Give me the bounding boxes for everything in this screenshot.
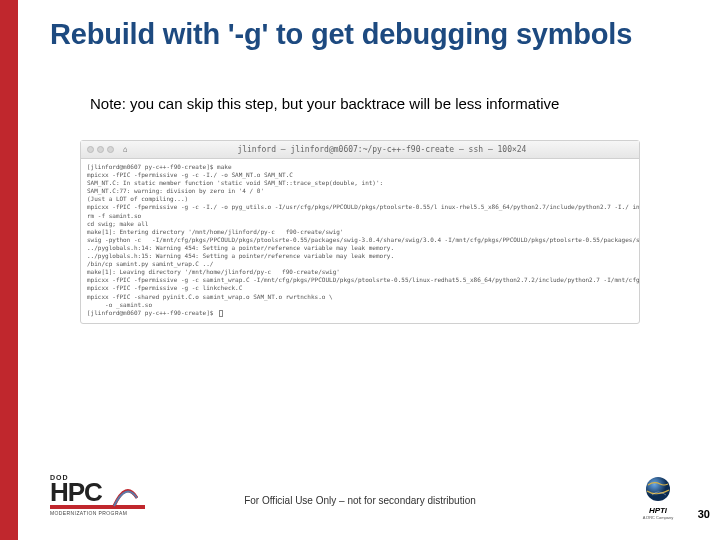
terminal-screenshot: ⌂ jlinford — jlinford@m0607:~/py-c++-f90… <box>80 140 640 324</box>
cursor-icon <box>219 310 223 317</box>
slide-note: Note: you can skip this step, but your b… <box>90 95 680 112</box>
home-icon: ⌂ <box>123 145 128 154</box>
terminal-body-text: [jlinford@m0607 py-c++-f90-create]$ make… <box>87 163 639 316</box>
terminal-output: [jlinford@m0607 py-c++-f90-create]$ make… <box>81 159 639 323</box>
slide-title: Rebuild with '-g' to get debugging symbo… <box>50 18 700 51</box>
hpti-logo-tagline: A DRC Company <box>636 515 680 520</box>
traffic-lights <box>87 146 114 153</box>
zoom-icon <box>107 146 114 153</box>
terminal-window-title: jlinford — jlinford@m0607:~/py-c++-f90-c… <box>131 145 633 154</box>
terminal-titlebar: ⌂ jlinford — jlinford@m0607:~/py-c++-f90… <box>81 141 639 159</box>
title-area: Rebuild with '-g' to get debugging symbo… <box>50 18 700 51</box>
left-accent-bar <box>0 0 18 540</box>
page-number: 30 <box>698 508 710 520</box>
minimize-icon <box>97 146 104 153</box>
swoosh-icon <box>112 484 138 510</box>
hpti-logo: HPTi A DRC Company <box>636 475 680 520</box>
globe-icon <box>644 475 672 503</box>
hpc-logo: DOD HPC MODERNIZATION PROGRAM <box>50 474 145 522</box>
slide: Rebuild with '-g' to get debugging symbo… <box>0 0 720 540</box>
svg-point-0 <box>646 477 670 501</box>
hpti-logo-label: HPTi <box>636 506 680 515</box>
close-icon <box>87 146 94 153</box>
hpc-logo-sub: MODERNIZATION PROGRAM <box>50 510 145 516</box>
